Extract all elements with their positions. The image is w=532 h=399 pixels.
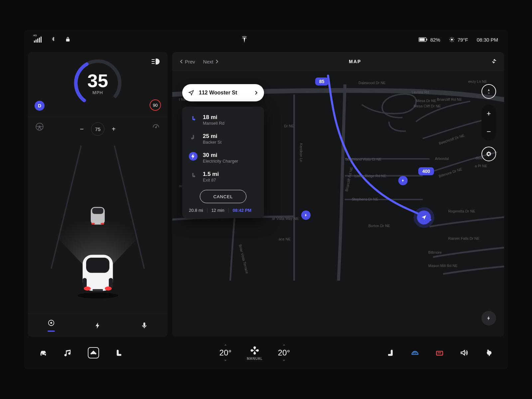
svg-point-23 bbox=[91, 223, 95, 225]
map-prev-button[interactable]: Prev bbox=[180, 59, 195, 65]
map-zoom-out[interactable]: − bbox=[487, 127, 491, 136]
svg-rect-28 bbox=[83, 278, 87, 288]
svg-rect-2 bbox=[426, 39, 427, 40]
dock-front-defrost-button[interactable] bbox=[410, 348, 420, 357]
direction-step[interactable]: 1.5 miExit 87 bbox=[189, 171, 257, 183]
autopilot-visualization bbox=[28, 136, 168, 314]
turn-right-icon bbox=[189, 171, 198, 180]
dock-music-button[interactable] bbox=[63, 348, 72, 357]
lock-icon bbox=[65, 36, 71, 43]
follow-decrease[interactable]: − bbox=[80, 125, 84, 133]
direction-distance: 30 mi bbox=[203, 152, 238, 159]
status-bar: 4G 82% 79°F 08:30 PM bbox=[24, 30, 508, 49]
headlight-icon[interactable] bbox=[151, 58, 160, 66]
map-zoom-in[interactable]: + bbox=[487, 109, 491, 118]
svg-rect-13 bbox=[152, 61, 155, 62]
dock-car-button[interactable] bbox=[39, 348, 48, 357]
follow-distance-control[interactable]: − 75 + bbox=[80, 122, 115, 136]
drive-tab-voice[interactable] bbox=[139, 318, 150, 333]
charger-icon bbox=[189, 152, 198, 161]
svg-point-24 bbox=[100, 223, 104, 225]
svg-rect-1 bbox=[419, 38, 425, 41]
destination-pill[interactable]: 112 Wooster St bbox=[182, 84, 264, 101]
svg-rect-14 bbox=[152, 63, 155, 64]
speed-limit-badge: 90 bbox=[150, 99, 161, 111]
svg-rect-29 bbox=[109, 278, 113, 288]
map-charger-layer-button[interactable] bbox=[481, 311, 496, 326]
clock: 08:30 PM bbox=[477, 37, 498, 43]
bluetooth-icon bbox=[50, 36, 56, 43]
drive-tab-energy[interactable] bbox=[92, 318, 103, 333]
temp-right-up-icon[interactable]: ⌃ bbox=[282, 344, 286, 348]
svg-point-25 bbox=[77, 293, 118, 299]
follow-distance-value: 75 bbox=[91, 122, 104, 136]
svg-line-9 bbox=[453, 41, 454, 42]
climate-right-temp[interactable]: ⌃ 20° ⌄ bbox=[278, 344, 290, 361]
ego-vehicle-icon bbox=[74, 246, 121, 299]
svg-point-31 bbox=[105, 286, 112, 290]
dock-apps-button[interactable] bbox=[88, 347, 99, 358]
driving-panel: 35 MPH D 90 − 75 + bbox=[28, 52, 168, 337]
map-canvas[interactable]: Dalewood Dr NELavista RdBriarcliff Rd NE… bbox=[172, 71, 504, 337]
tesla-logo-icon bbox=[241, 36, 248, 44]
route-badge-1: 85 bbox=[315, 77, 329, 85]
turn-left-icon bbox=[189, 133, 198, 142]
destination-address: 112 Wooster St bbox=[199, 90, 237, 96]
svg-rect-12 bbox=[152, 59, 155, 60]
steering-wheel-icon[interactable] bbox=[35, 122, 44, 132]
cancel-route-button[interactable]: CANCEL bbox=[200, 190, 246, 203]
route-summary: 20.8 mi 12 min 08:42 PM bbox=[189, 208, 257, 213]
direction-label: Backer St bbox=[203, 140, 221, 145]
drive-panel-tabs bbox=[28, 314, 168, 337]
map-next-button[interactable]: Next bbox=[203, 59, 219, 65]
map-title: MAP bbox=[219, 59, 491, 64]
svg-line-8 bbox=[450, 38, 451, 39]
climate-fan-button[interactable]: MANUAL bbox=[247, 345, 263, 360]
map-charger-pin-2[interactable] bbox=[301, 210, 311, 220]
svg-point-20 bbox=[155, 127, 156, 128]
turn-right-icon bbox=[189, 114, 198, 123]
outside-temperature: 79°F bbox=[449, 37, 468, 43]
lead-vehicle-icon bbox=[86, 202, 109, 230]
svg-point-3 bbox=[451, 39, 453, 41]
direction-step[interactable]: 30 miElectricity Charger bbox=[189, 152, 257, 164]
temp-right-down-icon[interactable]: ⌄ bbox=[282, 357, 286, 361]
svg-point-16 bbox=[73, 58, 123, 108]
svg-point-34 bbox=[50, 322, 52, 324]
climate-left-temp[interactable]: ⌃ 20° ⌄ bbox=[219, 344, 231, 361]
direction-label: Mansell Rd bbox=[203, 121, 224, 126]
dock-games-button[interactable] bbox=[484, 348, 493, 357]
cruise-control-icon[interactable] bbox=[152, 122, 160, 132]
dock-rear-defrost-button[interactable] bbox=[435, 348, 444, 357]
direction-label: Exit 87 bbox=[203, 178, 219, 183]
dock-seat-left-button[interactable] bbox=[114, 348, 124, 357]
svg-rect-22 bbox=[92, 208, 103, 214]
map-settings-button[interactable] bbox=[481, 147, 496, 161]
svg-line-11 bbox=[453, 38, 454, 39]
follow-increase[interactable]: + bbox=[112, 125, 116, 133]
svg-text:N: N bbox=[488, 92, 489, 94]
vehicle-location-icon bbox=[417, 210, 431, 224]
direction-step[interactable]: 18 miMansell Rd bbox=[189, 114, 257, 126]
svg-rect-36 bbox=[437, 351, 443, 355]
speedometer: 35 MPH bbox=[73, 58, 123, 108]
svg-rect-27 bbox=[86, 258, 109, 273]
gear-indicator: D bbox=[35, 101, 45, 111]
direction-distance: 1.5 mi bbox=[203, 171, 219, 178]
map-zoom-control: + − bbox=[481, 105, 496, 141]
svg-point-30 bbox=[84, 286, 91, 290]
compass-north-button[interactable]: N bbox=[481, 84, 496, 99]
direction-step[interactable]: 25 miBacker St bbox=[189, 133, 257, 145]
bottom-dock: ⌃ 20° ⌄ MANUAL ⌃ 20° ⌄ bbox=[24, 337, 508, 369]
cellular-signal-icon: 4G bbox=[34, 37, 42, 43]
direction-label: Electricity Charger bbox=[203, 159, 238, 164]
drive-tab-tire[interactable] bbox=[46, 318, 57, 333]
dock-seat-right-button[interactable] bbox=[386, 348, 395, 357]
dock-volume-button[interactable] bbox=[460, 348, 469, 357]
svg-line-10 bbox=[450, 41, 451, 42]
svg-rect-32 bbox=[92, 289, 103, 291]
temp-left-up-icon[interactable]: ⌃ bbox=[224, 344, 227, 348]
map-collapse-icon[interactable] bbox=[491, 59, 497, 65]
map-charger-pin-1[interactable] bbox=[398, 176, 408, 185]
temp-left-down-icon[interactable]: ⌄ bbox=[224, 357, 227, 361]
